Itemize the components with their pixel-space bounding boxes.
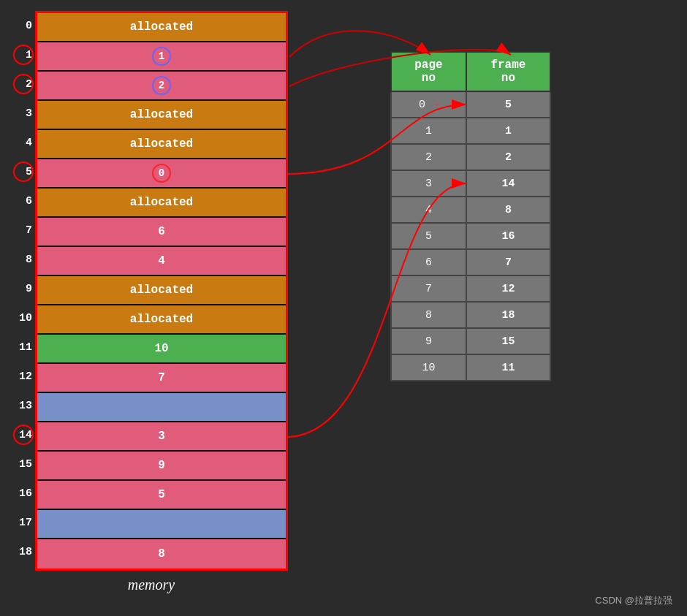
page-table-row-10: 1011: [391, 354, 550, 381]
page-table-row-0: 0 →5: [391, 91, 550, 118]
mem-row-15: 9: [37, 452, 286, 481]
row-num-4: 4: [15, 128, 35, 157]
mem-row-7: 6: [37, 218, 286, 247]
page-table: pageno frameno 0 →5112231448516677128189…: [390, 51, 551, 381]
mem-row-1: 1: [37, 42, 286, 72]
page-no-0: 0 →: [391, 91, 466, 118]
mem-row-14: 3: [37, 422, 286, 452]
row-num-8: 8: [15, 245, 35, 274]
main-container: 0123456789101112131415161718 allocated12…: [0, 0, 687, 601]
page-no-9: 9: [391, 328, 466, 354]
row-num-3: 3: [15, 99, 35, 128]
frame-no-1: 1: [466, 118, 550, 144]
row-num-18: 18: [15, 537, 35, 566]
mem-row-16: 5: [37, 481, 286, 510]
mem-row-2: 2: [37, 72, 286, 101]
frame-no-5: 16: [466, 223, 550, 249]
frame-no-9: 15: [466, 328, 550, 354]
mem-row-6: allocated: [37, 189, 286, 218]
page-table-row-8: 818: [391, 302, 550, 328]
row-num-2: 2: [15, 69, 35, 99]
row-num-6: 6: [15, 186, 35, 216]
row-num-5: 5: [15, 157, 35, 186]
memory-section: 0123456789101112131415161718 allocated12…: [15, 11, 288, 593]
mem-row-8: 4: [37, 247, 286, 276]
page-no-2: 2: [391, 144, 466, 170]
frame-no-10: 11: [466, 354, 550, 381]
page-no-7: 7: [391, 275, 466, 302]
page-no-4: 4: [391, 197, 466, 223]
page-no-8: 8: [391, 302, 466, 328]
page-no-1: 1: [391, 118, 466, 144]
page-no-5: 5: [391, 223, 466, 249]
page-table-row-9: 915: [391, 328, 550, 354]
row-num-7: 7: [15, 216, 35, 245]
page-no-6: 6: [391, 249, 466, 275]
mem-row-17: [37, 510, 286, 539]
row-num-12: 12: [15, 362, 35, 391]
page-table-row-3: 314: [391, 170, 550, 197]
row-num-0: 0: [15, 11, 35, 40]
circle-5: 0: [152, 164, 171, 183]
row-num-11: 11: [15, 332, 35, 362]
circle-1: 1: [152, 47, 171, 66]
row-num-1: 1: [15, 40, 35, 69]
col-frame-no: frameno: [466, 52, 550, 91]
page-table-row-5: 516: [391, 223, 550, 249]
mem-row-3: allocated: [37, 101, 286, 130]
mem-row-11: 10: [37, 335, 286, 364]
circle-2: 2: [152, 76, 171, 95]
page-no-3: 3: [391, 170, 466, 197]
page-no-10: 10: [391, 354, 466, 381]
mem-row-9: allocated: [37, 276, 286, 305]
col-page-no: pageno: [391, 52, 466, 91]
frame-no-0: 5: [466, 91, 550, 118]
frame-no-4: 8: [466, 197, 550, 223]
mem-row-5: 0: [37, 159, 286, 189]
mem-row-10: allocated: [37, 305, 286, 335]
memory-label: memory: [128, 577, 175, 593]
row-num-14: 14: [15, 420, 35, 449]
mem-row-12: 7: [37, 364, 286, 393]
mem-row-4: allocated: [37, 130, 286, 159]
page-table-row-7: 712: [391, 275, 550, 302]
mem-row-0: allocated: [37, 13, 286, 42]
row-num-15: 15: [15, 449, 35, 479]
mem-row-13: [37, 393, 286, 422]
memory-table-wrapper: 0123456789101112131415161718 allocated12…: [15, 11, 288, 571]
row-numbers: 0123456789101112131415161718: [15, 11, 35, 571]
frame-no-2: 2: [466, 144, 550, 170]
page-table-row-2: 22: [391, 144, 550, 170]
watermark: CSDN @拉普拉强: [595, 594, 672, 607]
page-table-section: pageno frameno 0 →5112231448516677128189…: [390, 51, 551, 593]
frame-no-8: 18: [466, 302, 550, 328]
memory-rows: allocated12allocatedallocated0allocated6…: [35, 11, 288, 571]
page-table-row-4: 48: [391, 197, 550, 223]
frame-no-7: 12: [466, 275, 550, 302]
frame-no-3: 14: [466, 170, 550, 197]
row-num-9: 9: [15, 274, 35, 303]
page-table-row-1: 11: [391, 118, 550, 144]
row-num-10: 10: [15, 303, 35, 332]
frame-no-6: 7: [466, 249, 550, 275]
row-num-17: 17: [15, 508, 35, 537]
page-table-row-6: 67: [391, 249, 550, 275]
row-num-16: 16: [15, 479, 35, 508]
mem-row-18: 8: [37, 539, 286, 569]
row-num-13: 13: [15, 391, 35, 420]
